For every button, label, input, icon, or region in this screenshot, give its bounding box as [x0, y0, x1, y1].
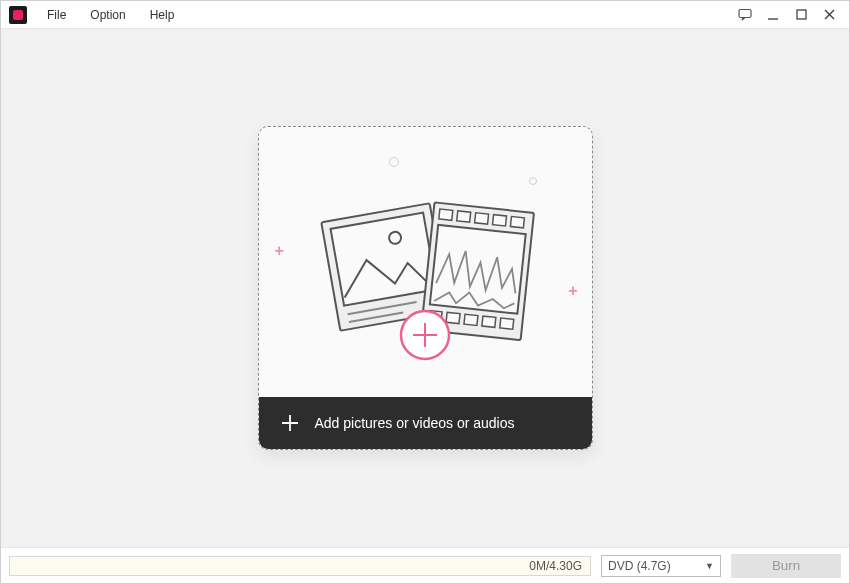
maximize-icon[interactable] — [791, 5, 811, 25]
media-dropzone[interactable]: + + — [258, 126, 593, 450]
svg-rect-6 — [331, 213, 437, 306]
plus-decoration-icon: + — [275, 242, 284, 260]
svg-rect-20 — [482, 316, 496, 327]
menu-option[interactable]: Option — [78, 4, 137, 26]
svg-rect-13 — [475, 213, 489, 224]
menu-file[interactable]: File — [35, 4, 78, 26]
burn-button[interactable]: Burn — [731, 554, 841, 578]
menubar: File Option Help — [1, 1, 849, 29]
disc-usage-text: 0M/4.30G — [529, 559, 582, 573]
media-illustration-icon — [300, 157, 550, 367]
disc-type-select[interactable]: DVD (4.7G) ▼ — [601, 555, 721, 577]
menu-help[interactable]: Help — [138, 4, 187, 26]
dropzone-illustration: + + — [259, 127, 592, 397]
feedback-icon[interactable] — [735, 5, 755, 25]
svg-rect-0 — [739, 9, 751, 17]
svg-rect-18 — [446, 312, 460, 323]
app-icon — [9, 6, 27, 24]
chevron-down-icon: ▼ — [705, 561, 714, 571]
burn-button-label: Burn — [772, 558, 800, 573]
circle-decoration-icon — [389, 157, 399, 167]
circle-decoration-icon — [529, 177, 537, 185]
plus-icon — [281, 414, 299, 432]
main-area: + + — [1, 29, 849, 548]
disc-usage-bar: 0M/4.30G — [9, 556, 591, 576]
svg-rect-2 — [797, 10, 806, 19]
svg-rect-12 — [457, 211, 471, 222]
footer: 0M/4.30G DVD (4.7G) ▼ Burn — [1, 548, 849, 583]
window-controls — [735, 5, 845, 25]
disc-type-label: DVD (4.7G) — [608, 559, 671, 573]
plus-decoration-icon: + — [568, 282, 577, 300]
minimize-icon[interactable] — [763, 5, 783, 25]
add-media-button[interactable]: Add pictures or videos or audios — [259, 397, 592, 449]
svg-rect-19 — [464, 314, 478, 325]
svg-rect-15 — [510, 217, 524, 228]
svg-rect-21 — [500, 318, 514, 329]
svg-rect-11 — [439, 209, 453, 220]
close-icon[interactable] — [819, 5, 839, 25]
add-media-label: Add pictures or videos or audios — [315, 415, 515, 431]
svg-rect-14 — [493, 215, 507, 226]
